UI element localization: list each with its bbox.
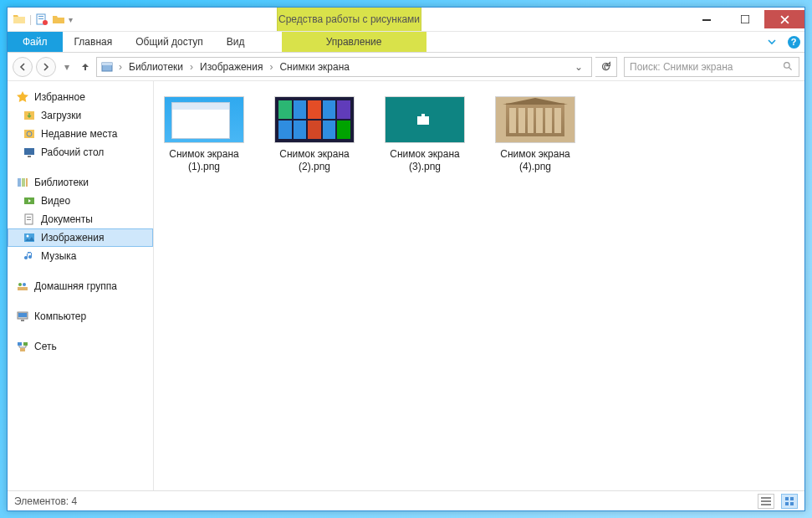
svg-rect-12: [24, 148, 34, 155]
tree-label: Музыка: [41, 250, 76, 262]
tree-music[interactable]: Музыка: [8, 247, 153, 265]
svg-point-3: [43, 20, 48, 25]
svg-point-23: [18, 283, 22, 286]
tree-label: Загрузки: [41, 110, 81, 121]
svg-rect-13: [28, 156, 31, 157]
picture-icon: [23, 231, 36, 244]
tree-favorites[interactable]: Избранное: [8, 88, 153, 106]
thumbnails-view-button[interactable]: [781, 494, 798, 509]
maximize-button[interactable]: [726, 10, 764, 28]
tree-libraries[interactable]: Библиотеки: [8, 173, 153, 192]
svg-point-24: [23, 283, 26, 286]
tree-recent[interactable]: Недавние места: [8, 125, 153, 143]
file-name: Снимок экрана (3).png: [390, 148, 460, 173]
refresh-button[interactable]: [595, 57, 617, 77]
svg-rect-39: [785, 502, 789, 505]
svg-rect-36: [761, 504, 771, 505]
video-icon: [23, 194, 36, 208]
search-box[interactable]: [624, 57, 799, 77]
tree-desktop[interactable]: Рабочий стол: [8, 143, 153, 162]
details-view-button[interactable]: [758, 494, 774, 509]
address-bar[interactable]: › Библиотеки › Изображения › Снимки экра…: [96, 57, 592, 77]
quick-access-toolbar: | ▾: [8, 13, 78, 26]
tree-label: Изображения: [41, 232, 104, 244]
search-input[interactable]: [630, 61, 778, 73]
expand-ribbon-button[interactable]: [761, 32, 783, 52]
recent-icon: [23, 127, 36, 141]
tree-homegroup[interactable]: Домашняя группа: [8, 277, 153, 295]
tree-label: Домашняя группа: [34, 280, 117, 292]
tree-label: Недавние места: [41, 128, 117, 140]
folder-icon: [13, 13, 26, 26]
svg-rect-37: [785, 497, 789, 500]
chevron-right-icon[interactable]: ›: [268, 61, 274, 73]
svg-rect-1: [38, 16, 43, 17]
properties-icon[interactable]: [35, 13, 49, 26]
tab-manage[interactable]: Управление: [282, 32, 426, 52]
tree-computer[interactable]: Компьютер: [8, 307, 153, 326]
svg-rect-29: [18, 342, 22, 346]
star-icon: [16, 90, 29, 104]
chevron-right-icon[interactable]: ›: [117, 61, 124, 73]
file-item[interactable]: Снимок экрана (1).png: [161, 96, 248, 173]
svg-rect-15: [22, 178, 25, 187]
title-bar: | ▾ Средства работы с рисунками Снимки э…: [8, 8, 804, 31]
file-name: Снимок экрана (2).png: [279, 148, 350, 173]
libraries-icon: [16, 176, 29, 189]
explorer-window: | ▾ Средства работы с рисунками Снимки э…: [7, 7, 805, 511]
tree-label: Библиотеки: [34, 177, 89, 188]
breadcrumb-item[interactable]: Снимки экрана: [276, 61, 353, 73]
tree-videos[interactable]: Видео: [8, 192, 153, 210]
file-item[interactable]: Снимок экрана (4).png: [492, 96, 579, 173]
file-view[interactable]: Снимок экрана (1).png Снимок экрана (2).…: [154, 81, 804, 490]
ribbon: Файл Главная Общий доступ Вид Управление…: [8, 31, 804, 53]
music-icon: [23, 249, 36, 263]
svg-rect-38: [790, 497, 794, 500]
downloads-icon: [23, 109, 36, 122]
navigation-bar: ▾ › Библиотеки › Изображения › Снимки эк…: [8, 53, 804, 81]
chevron-right-icon[interactable]: ›: [188, 61, 195, 73]
thumbnail: [164, 96, 244, 143]
close-button[interactable]: [764, 10, 804, 28]
address-dropdown[interactable]: ⌄: [569, 61, 588, 73]
svg-rect-20: [27, 219, 31, 220]
navigation-tree: Избранное Загрузки Недавние места Рабочи…: [8, 81, 154, 490]
body: Избранное Загрузки Недавние места Рабочи…: [8, 81, 804, 490]
forward-button[interactable]: [36, 57, 56, 77]
tab-share[interactable]: Общий доступ: [124, 32, 215, 52]
tree-label: Избранное: [34, 91, 85, 103]
tree-label: Сеть: [34, 341, 57, 352]
tab-home[interactable]: Главная: [63, 32, 125, 52]
tree-downloads[interactable]: Загрузки: [8, 106, 153, 125]
tree-pictures[interactable]: Изображения: [8, 228, 153, 247]
network-icon: [16, 340, 29, 353]
file-name: Снимок экрана (1).png: [169, 148, 239, 173]
svg-rect-14: [18, 178, 21, 187]
thumbnail: [495, 96, 575, 143]
svg-rect-31: [20, 348, 25, 351]
help-button[interactable]: ?: [783, 32, 804, 52]
file-item[interactable]: Снимок экрана (3).png: [381, 96, 468, 173]
svg-rect-7: [102, 63, 112, 65]
breadcrumb-item[interactable]: Библиотеки: [125, 61, 186, 73]
breadcrumb-item[interactable]: Изображения: [197, 61, 266, 73]
tree-documents[interactable]: Документы: [8, 210, 153, 228]
new-folder-icon[interactable]: [52, 13, 65, 26]
svg-rect-19: [27, 217, 31, 218]
item-count: Элементов: 4: [14, 495, 77, 507]
tree-label: Рабочий стол: [41, 146, 104, 158]
up-button[interactable]: [78, 56, 93, 78]
tree-network[interactable]: Сеть: [8, 337, 153, 356]
file-item[interactable]: Снимок экрана (2).png: [271, 96, 358, 173]
file-tab[interactable]: Файл: [8, 32, 63, 52]
svg-rect-27: [18, 313, 27, 317]
minimize-button[interactable]: [687, 10, 726, 28]
tab-view[interactable]: Вид: [215, 32, 257, 52]
tree-label: Видео: [41, 195, 70, 207]
homegroup-icon: [16, 280, 29, 293]
tree-label: Документы: [41, 213, 93, 225]
history-dropdown[interactable]: ▾: [59, 56, 74, 78]
svg-rect-33: [421, 114, 425, 117]
svg-rect-5: [741, 15, 749, 23]
back-button[interactable]: [13, 57, 33, 77]
